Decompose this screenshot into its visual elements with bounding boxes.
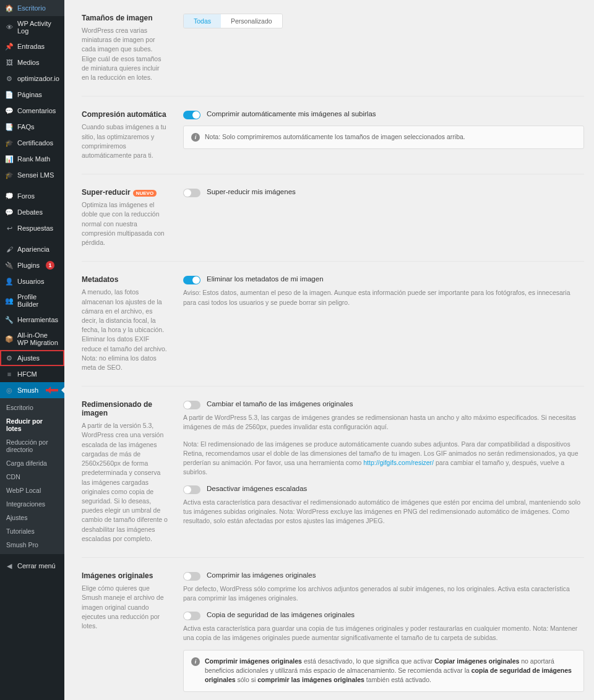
media-icon: 🖼 bbox=[5, 58, 14, 67]
sidebar-label: Plugins bbox=[17, 262, 40, 269]
metadata-title: Metadatos bbox=[82, 275, 168, 284]
arrow-callout bbox=[43, 386, 62, 394]
section-originals: Imágenes originales Elige cómo quieres q… bbox=[82, 558, 584, 700]
compress-originals-toggle[interactable] bbox=[183, 572, 200, 581]
submenu-cdn[interactable]: CDN bbox=[0, 470, 64, 484]
auto-compress-title: Compresión automática bbox=[82, 110, 168, 119]
sidebar-label: Sensei LMS bbox=[17, 171, 54, 179]
submenu-ajustes[interactable]: Ajustes bbox=[0, 511, 64, 524]
submenu-reducir-por-lotes[interactable]: Reducir por lotes bbox=[0, 414, 64, 435]
disable-scaled-label: Desactivar imágenes escaladas bbox=[207, 485, 307, 492]
sidebar-label: All-in-One WP Migration bbox=[17, 331, 59, 346]
sidebar-submenu: EscritorioReducir por lotesReducción por… bbox=[0, 398, 64, 554]
sidebar-item-wp-activity-log[interactable]: 👁WP Activity Log bbox=[0, 16, 64, 38]
image-sizes-tabs: Todas Personalizado bbox=[183, 14, 283, 28]
sidebar-item-sensei-lms[interactable]: 🎓Sensei LMS bbox=[0, 167, 64, 183]
metadata-toggle-desc: Aviso: Estos datos, aumentan el peso de … bbox=[183, 288, 584, 307]
submenu-tutoriales[interactable]: Tutoriales bbox=[0, 524, 64, 538]
sidebar-item-apariencia[interactable]: 🖌Apariencia bbox=[0, 241, 64, 257]
resize-desc2: Nota: El redimensionado de las imágenes … bbox=[183, 440, 584, 477]
sidebar-label: WP Activity Log bbox=[17, 20, 59, 35]
collapse-label: Cerrar menú bbox=[17, 562, 56, 570]
submenu-reducci-n-por-directorio[interactable]: Reducción por directorio bbox=[0, 435, 64, 456]
submenu-escritorio[interactable]: Escritorio bbox=[0, 401, 64, 414]
sidebar-item-optimizador-io[interactable]: ⚙optimizador.io bbox=[0, 70, 64, 87]
submenu-carga-diferida[interactable]: Carga diferida bbox=[0, 456, 64, 470]
sidebar-item-hfcm[interactable]: ≡HFCM bbox=[0, 366, 64, 382]
resize-desc: A partir de la versión 5.3, WordPress cr… bbox=[82, 421, 168, 544]
resize-title: Redimensionado de imagen bbox=[82, 400, 168, 417]
smush-icon: ◎ bbox=[5, 386, 14, 395]
tab-custom[interactable]: Personalizado bbox=[221, 14, 282, 28]
sidebar-item-smush[interactable]: ◎Smush bbox=[0, 382, 64, 398]
tab-all[interactable]: Todas bbox=[184, 14, 221, 28]
submenu-integraciones[interactable]: Integraciones bbox=[0, 497, 64, 511]
super-smush-title: Super-reducirNUEVO bbox=[82, 188, 168, 197]
super-smush-desc: Optimiza las imágenes el doble que con l… bbox=[82, 200, 168, 247]
sidebar-label: Respuestas bbox=[17, 224, 53, 232]
collapse-menu[interactable]: ◀ Cerrar menú bbox=[0, 558, 64, 574]
backup-originals-desc: Activa esta característica para guardar … bbox=[183, 624, 584, 642]
sidebar-item-rank-math[interactable]: 📊Rank Math bbox=[0, 151, 64, 167]
plugin-icon: 🔌 bbox=[5, 261, 14, 270]
disable-scaled-toggle[interactable] bbox=[183, 485, 200, 494]
sidebar-item-profile-builder[interactable]: 👥Profile Builder bbox=[0, 289, 64, 312]
metadata-desc: A menudo, las fotos almacenan los ajuste… bbox=[82, 288, 168, 372]
sidebar-label: Debates bbox=[17, 208, 43, 216]
resize-toggle[interactable] bbox=[183, 401, 200, 409]
sidebar-label: Ajustes bbox=[17, 354, 40, 362]
comment-icon: 💬 bbox=[5, 106, 14, 115]
sidebar-label: Rank Math bbox=[17, 155, 50, 163]
collapse-icon: ◀ bbox=[5, 561, 14, 570]
backup-originals-toggle[interactable] bbox=[183, 612, 200, 620]
sidebar-item-ajustes[interactable]: ⚙Ajustes bbox=[0, 350, 64, 366]
sidebar-item-all-in-one-wp-migration[interactable]: 📦All-in-One WP Migration bbox=[0, 328, 64, 350]
tools-icon: 🔧 bbox=[5, 315, 14, 324]
sidebar-label: Medios bbox=[17, 59, 39, 66]
opt-icon: ⚙ bbox=[5, 74, 14, 83]
update-badge: 1 bbox=[46, 261, 54, 270]
compress-originals-label: Comprimir las imágenes originales bbox=[207, 571, 316, 579]
sidebar-label: HFCM bbox=[17, 370, 37, 378]
sidebar-label: optimizador.io bbox=[17, 75, 59, 82]
sidebar-label: Páginas bbox=[17, 91, 42, 98]
originals-desc: Elige cómo quieres que Smush maneje el a… bbox=[82, 584, 168, 631]
sidebar-item-respuestas[interactable]: ↩Respuestas bbox=[0, 220, 64, 236]
sidebar-item-entradas[interactable]: 📌Entradas bbox=[0, 38, 64, 54]
sidebar-item-comentarios[interactable]: 💬Comentarios bbox=[0, 103, 64, 119]
sidebar-item-faqs[interactable]: 📑FAQs bbox=[0, 119, 64, 135]
metadata-toggle[interactable] bbox=[183, 276, 200, 284]
sidebar-item-certificados[interactable]: 🎓Certificados bbox=[0, 135, 64, 151]
users-icon: 👤 bbox=[5, 277, 14, 286]
rank-icon: 📊 bbox=[5, 155, 14, 163]
faq-icon: 📑 bbox=[5, 122, 14, 131]
section-resize: Redimensionado de imagen A partir de la … bbox=[82, 386, 584, 558]
sidebar-item-usuarios[interactable]: 👤Usuarios bbox=[0, 273, 64, 289]
gifgifs-link[interactable]: http://gifgifs.com/resizer/ bbox=[363, 459, 434, 466]
image-sizes-title: Tamaños de imagen bbox=[82, 14, 168, 22]
sidebar-item-escritorio[interactable]: 🏠Escritorio bbox=[0, 0, 64, 16]
submenu-smush-pro[interactable]: Smush Pro bbox=[0, 538, 64, 552]
settings-icon: ⚙ bbox=[5, 354, 14, 362]
sidebar-label: Apariencia bbox=[17, 245, 50, 253]
sidebar-item-foros[interactable]: 💭Foros bbox=[0, 188, 64, 204]
appearance-icon: 🖌 bbox=[5, 245, 14, 254]
sidebar-item-p-ginas[interactable]: 📄Páginas bbox=[0, 87, 64, 103]
super-smush-toggle[interactable] bbox=[183, 189, 200, 197]
resize-label: Cambiar el tamaño de las imágenes origin… bbox=[207, 400, 353, 408]
activity-icon: 👁 bbox=[5, 23, 14, 32]
cert-icon: 🎓 bbox=[5, 139, 14, 147]
sidebar-item-debates[interactable]: 💬Debates bbox=[0, 204, 64, 220]
compress-originals-desc: Por defecto, WordPress sólo comprime los… bbox=[183, 584, 584, 603]
new-badge: NUEVO bbox=[133, 190, 157, 197]
sidebar-label: Smush bbox=[17, 386, 38, 394]
submenu-webp-local[interactable]: WebP Local bbox=[0, 484, 64, 497]
auto-compress-toggle[interactable] bbox=[183, 111, 200, 119]
resize-desc1: A partir de WordPress 5.3, las cargas de… bbox=[183, 413, 584, 432]
sidebar-item-plugins[interactable]: 🔌Plugins1 bbox=[0, 257, 64, 273]
sidebar-item-herramientas[interactable]: 🔧Herramientas bbox=[0, 312, 64, 328]
disable-scaled-desc: Activa esta característica para desactiv… bbox=[183, 498, 584, 526]
sidebar-label: Foros bbox=[17, 192, 35, 200]
profile-icon: 👥 bbox=[5, 296, 14, 305]
sidebar-item-medios[interactable]: 🖼Medios bbox=[0, 54, 64, 70]
